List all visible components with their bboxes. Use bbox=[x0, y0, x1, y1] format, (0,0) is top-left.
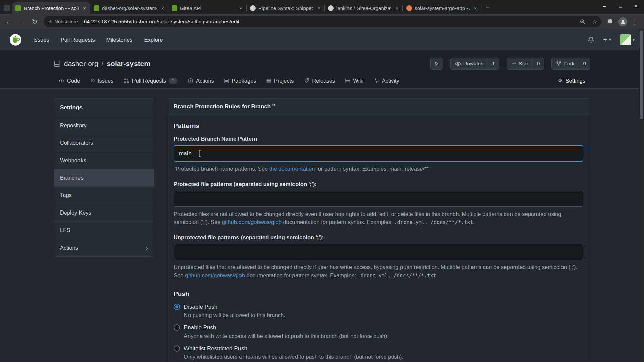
disable-push-label[interactable]: Disable Push bbox=[184, 304, 217, 310]
sidebar-item-branches[interactable]: Branches bbox=[54, 169, 154, 186]
tab-close-icon[interactable]: × bbox=[472, 5, 478, 11]
browser-tab-argo-app[interactable]: solar-system-argo-app - Applic × bbox=[403, 2, 481, 14]
tab-close-icon[interactable]: × bbox=[82, 5, 88, 11]
radio-dot bbox=[175, 305, 178, 308]
maximize-button[interactable]: □ bbox=[612, 0, 628, 11]
close-button[interactable]: × bbox=[628, 0, 644, 11]
user-menu-button[interactable]: ▾ bbox=[620, 34, 635, 45]
nav-link-pull-requests[interactable]: Pull Requests bbox=[61, 37, 95, 43]
branch-name-input[interactable]: main bbox=[174, 145, 583, 162]
page-scrollbar[interactable] bbox=[639, 29, 644, 362]
reload-button[interactable]: ↻ bbox=[29, 16, 40, 27]
url-text[interactable]: 64.227.187.25:5555/dasher-org/solar-syst… bbox=[84, 19, 575, 25]
window-controls: – □ × bbox=[597, 0, 644, 11]
glob-docs-link[interactable]: github.com/gobwas/glob bbox=[185, 272, 245, 278]
nav-link-issues[interactable]: Issues bbox=[33, 37, 49, 43]
repo-tab-label: Wiki bbox=[353, 78, 363, 84]
browser-tab-pipeline-syntax[interactable]: Pipeline Syntax: Snippet Genera × bbox=[247, 2, 325, 14]
pattern-examples-code: .drone.yml, /docs/**/*.txt bbox=[394, 219, 473, 225]
repo-name-link[interactable]: solar-system bbox=[107, 60, 150, 68]
repo-tab-label: Issues bbox=[98, 78, 114, 84]
sidebar-item-actions[interactable]: Actions › bbox=[54, 239, 154, 256]
tab-close-icon[interactable]: × bbox=[238, 5, 244, 11]
argo-favicon-icon bbox=[406, 5, 412, 11]
disable-push-description: No pushing will be allowed to this branc… bbox=[184, 312, 583, 318]
help-text: for pattern syntax. Examples: main, rele… bbox=[315, 166, 430, 172]
disable-push-radio[interactable] bbox=[174, 304, 180, 310]
repo-owner-link[interactable]: dasher-org bbox=[64, 60, 98, 68]
sidebar-item-webhooks[interactable]: Webhooks bbox=[54, 152, 154, 169]
user-avatar bbox=[620, 34, 631, 45]
tab-close-icon[interactable]: × bbox=[160, 5, 166, 11]
browser-tab-gitops-repo[interactable]: dasher-org/solar-system-gitop × bbox=[90, 2, 168, 14]
minimize-button[interactable]: – bbox=[597, 0, 612, 11]
sidebar-item-tags[interactable]: Tags bbox=[54, 186, 154, 204]
watch-count[interactable]: 1 bbox=[488, 58, 499, 69]
nav-link-milestones[interactable]: Milestones bbox=[106, 37, 133, 43]
patterns-heading: Patterns bbox=[174, 122, 583, 130]
fork-button[interactable]: Fork bbox=[552, 58, 579, 69]
forward-button[interactable]: → bbox=[16, 16, 28, 27]
chevron-down-icon: ▾ bbox=[633, 37, 635, 42]
unprotected-files-input[interactable] bbox=[174, 244, 583, 260]
gear-icon: ⚙ bbox=[558, 78, 562, 83]
whitelist-push-radio[interactable] bbox=[174, 345, 180, 352]
fork-count[interactable]: 0 bbox=[579, 58, 590, 69]
profile-avatar[interactable] bbox=[618, 17, 627, 26]
glob-docs-link[interactable]: github.com/gobwas/glob bbox=[222, 219, 282, 225]
fork-label: Fork bbox=[564, 61, 574, 67]
fork-button-group: Fork 0 bbox=[551, 58, 590, 70]
repo-tab-label: Code bbox=[67, 78, 80, 84]
enable-push-label[interactable]: Enable Push bbox=[184, 324, 216, 331]
repo-tab-code[interactable]: Code bbox=[54, 74, 85, 88]
disable-push-option: Disable Push No pushing will be allowed … bbox=[174, 304, 583, 318]
new-tab-button[interactable]: + bbox=[483, 2, 493, 12]
rss-feed-button[interactable] bbox=[431, 58, 443, 69]
repo-tab-actions[interactable]: Actions bbox=[182, 74, 219, 88]
protected-files-input[interactable] bbox=[174, 191, 583, 207]
whitelist-push-label[interactable]: Whitelist Restricted Push bbox=[184, 345, 247, 352]
unwatch-button[interactable]: Unwatch bbox=[451, 58, 488, 69]
back-button[interactable]: ← bbox=[3, 16, 15, 27]
repo-tab-issues[interactable]: ⊙ Issues bbox=[85, 74, 118, 88]
repo-tab-settings[interactable]: ⚙ Settings bbox=[553, 74, 590, 88]
browser-app-icon bbox=[4, 5, 10, 11]
repo-tab-pull-requests[interactable]: Pull Requests 1 bbox=[119, 74, 182, 88]
repo-tab-wiki[interactable]: ▤ Wiki bbox=[340, 74, 368, 88]
repo-tab-projects[interactable]: ▦ Projects bbox=[261, 74, 299, 88]
sidebar-item-repository[interactable]: Repository bbox=[54, 117, 154, 134]
notifications-bell-icon[interactable] bbox=[588, 36, 594, 43]
browser-tab-gitea-api[interactable]: Gitea API × bbox=[168, 2, 247, 14]
security-chip[interactable]: ⚠ Not secure bbox=[48, 19, 78, 24]
create-new-button[interactable]: + ▾ bbox=[603, 36, 611, 43]
zoom-icon[interactable] bbox=[578, 17, 587, 26]
extensions-puzzle-icon[interactable] bbox=[606, 17, 615, 26]
sidebar-item-deploy-keys[interactable]: Deploy Keys bbox=[54, 204, 154, 221]
tab-close-icon[interactable]: × bbox=[394, 5, 400, 11]
whitelist-push-description: Only whitelisted users or teams will be … bbox=[184, 354, 583, 360]
repo-tab-activity[interactable]: Activity bbox=[368, 74, 404, 88]
sidebar-item-collaborators[interactable]: Collaborators bbox=[54, 134, 154, 152]
tab-close-icon[interactable]: × bbox=[316, 5, 322, 11]
star-count[interactable]: 0 bbox=[533, 58, 544, 69]
package-icon: ▣ bbox=[224, 78, 229, 83]
sidebar-item-lfs[interactable]: LFS bbox=[54, 221, 154, 239]
browser-menu-icon[interactable]: ⋮ bbox=[631, 17, 639, 26]
tab-title: Gitea API bbox=[180, 5, 235, 11]
star-button[interactable]: ☆ Star bbox=[507, 58, 533, 69]
rss-button-group bbox=[430, 58, 443, 70]
enable-push-radio[interactable] bbox=[174, 324, 180, 331]
repo-tab-releases[interactable]: Releases bbox=[299, 74, 340, 88]
scrollbar-thumb[interactable] bbox=[640, 30, 643, 119]
gitea-logo-icon[interactable] bbox=[9, 34, 22, 46]
address-bar[interactable]: ⚠ Not secure 64.227.187.25:5555/dasher-o… bbox=[44, 16, 601, 27]
sidebar-title: Settings bbox=[54, 99, 154, 117]
bookmark-star-icon[interactable]: ☆ bbox=[590, 17, 599, 26]
tab-title: jenkins / Gitea-Organization/so bbox=[336, 5, 391, 11]
browser-tab-jenkins-org[interactable]: jenkins / Gitea-Organization/so × bbox=[325, 2, 403, 14]
repo-tab-packages[interactable]: ▣ Packages bbox=[219, 74, 261, 88]
repo-header: dasher-org / solar-system bbox=[0, 50, 644, 89]
browser-tab-branch-protection[interactable]: Branch Protection - - solar-syst × bbox=[12, 2, 90, 14]
documentation-link[interactable]: the documentation bbox=[269, 166, 315, 172]
nav-link-explore[interactable]: Explore bbox=[144, 37, 163, 43]
